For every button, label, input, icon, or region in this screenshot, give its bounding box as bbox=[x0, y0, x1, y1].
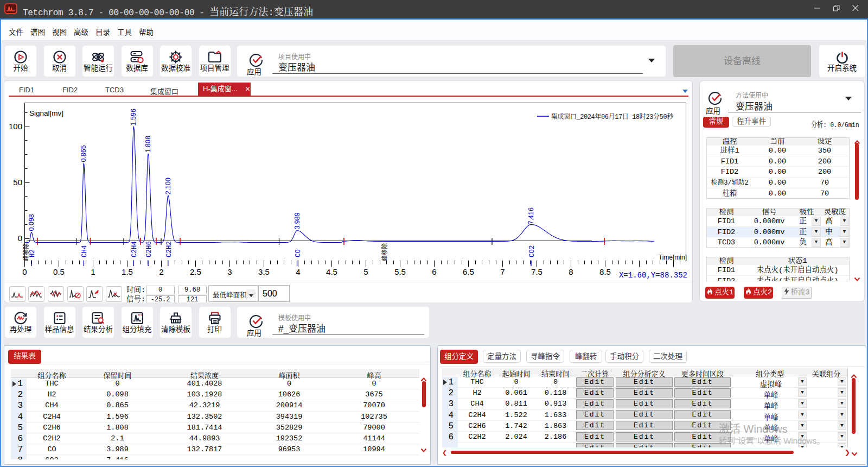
svg-text:3.5: 3.5 bbox=[258, 267, 270, 276]
svg-text:5: 5 bbox=[363, 267, 368, 276]
svg-text:0: 0 bbox=[22, 267, 27, 276]
svg-text:6: 6 bbox=[432, 267, 436, 276]
svg-text:7.5: 7.5 bbox=[531, 267, 542, 276]
svg-text:X=1.60,Y=88.352: X=1.60,Y=88.352 bbox=[619, 271, 687, 280]
svg-text:50: 50 bbox=[13, 178, 22, 187]
svg-text:100: 100 bbox=[9, 122, 22, 131]
svg-text:1.5: 1.5 bbox=[122, 267, 133, 276]
svg-text:5.5: 5.5 bbox=[394, 267, 406, 276]
svg-text:C2H6: C2H6 bbox=[145, 241, 153, 257]
svg-text:4.5: 4.5 bbox=[326, 267, 337, 276]
svg-text:1.596: 1.596 bbox=[130, 109, 137, 125]
svg-text:0: 0 bbox=[18, 234, 22, 243]
svg-text:0.098: 0.098 bbox=[28, 214, 35, 231]
svg-text:H2: H2 bbox=[29, 249, 36, 257]
svg-text:C2H2: C2H2 bbox=[165, 241, 173, 257]
svg-text:1.808: 1.808 bbox=[144, 136, 152, 153]
svg-text:峰移除: 峰移除 bbox=[22, 243, 29, 261]
svg-text:8.5: 8.5 bbox=[599, 267, 611, 276]
svg-text:7.416: 7.416 bbox=[527, 207, 535, 224]
svg-text:2: 2 bbox=[159, 267, 163, 276]
svg-text:4: 4 bbox=[296, 267, 300, 276]
svg-text:Signal[mv]: Signal[mv] bbox=[29, 109, 63, 117]
svg-text:CH4: CH4 bbox=[81, 245, 88, 257]
svg-text:峰移除: 峰移除 bbox=[381, 243, 388, 261]
svg-text:CO: CO bbox=[295, 249, 302, 257]
svg-text:CO2: CO2 bbox=[528, 245, 536, 257]
svg-text:7: 7 bbox=[500, 267, 505, 276]
svg-text:集成窗口_2024年06月17日 18时23分50秒: 集成窗口_2024年06月17日 18时23分50秒 bbox=[551, 112, 674, 121]
svg-text:3.989: 3.989 bbox=[293, 212, 301, 229]
svg-text:6.5: 6.5 bbox=[463, 267, 474, 276]
svg-text:0.5: 0.5 bbox=[53, 267, 65, 276]
svg-text:8: 8 bbox=[569, 267, 573, 276]
svg-text:3: 3 bbox=[227, 267, 232, 276]
svg-text:C2H4: C2H4 bbox=[131, 241, 138, 257]
svg-text:1: 1 bbox=[91, 267, 95, 276]
svg-text:2.5: 2.5 bbox=[190, 267, 201, 276]
svg-text:Time[min]: Time[min] bbox=[659, 254, 687, 261]
svg-text:2.100: 2.100 bbox=[164, 178, 172, 194]
svg-text:0.865: 0.865 bbox=[80, 145, 87, 162]
